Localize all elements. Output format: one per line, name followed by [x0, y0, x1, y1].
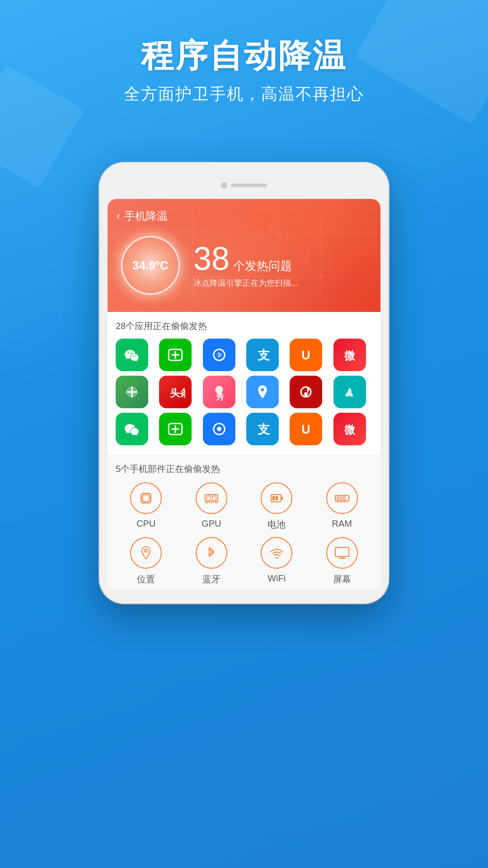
svg-text:K: K: [217, 351, 222, 359]
app-icon-weibo2[interactable]: 微: [333, 413, 366, 445]
heat-count-row: 38 个发热问题: [193, 242, 298, 275]
svg-point-27: [304, 392, 308, 396]
hardware-grid2: 位置 蓝牙: [116, 537, 372, 585]
app-icon-uc2[interactable]: U: [290, 413, 322, 445]
svg-point-30: [217, 427, 221, 431]
app-icon-alipay2[interactable]: 支: [246, 413, 279, 445]
battery-icon: [261, 482, 292, 514]
svg-text:支: 支: [257, 423, 270, 436]
heat-number: 38: [193, 242, 230, 275]
temperature-value: 34.9°C: [132, 259, 169, 273]
svg-point-68: [276, 557, 278, 559]
svg-rect-69: [335, 547, 349, 557]
phone-speaker: [231, 184, 267, 187]
hardware-item-screen: 屏幕: [312, 537, 373, 585]
svg-text:支: 支: [257, 349, 270, 362]
svg-text:微: 微: [343, 349, 355, 362]
svg-text:微: 微: [343, 424, 355, 436]
cpu-label: CPU: [136, 519, 155, 529]
app-navbar: ‹ 手机降温: [117, 209, 371, 223]
hardware-item-location: 位置: [116, 537, 177, 585]
heat-description: 冰点降温引擎正在为您扫描...: [193, 278, 298, 288]
gpu-label: GPU: [202, 519, 221, 529]
app-icon-kuwo[interactable]: K: [203, 339, 235, 371]
hardware-item-bluetooth: 蓝牙: [181, 537, 242, 585]
hardware-grid: CPU GPU: [116, 482, 372, 531]
bluetooth-label: 蓝牙: [202, 573, 221, 585]
screen-label: 屏幕: [333, 573, 351, 585]
svg-rect-59: [337, 497, 339, 500]
app-header: ‹ 手机降温 34.9°C 38 个发热问题 冰点降温引擎正: [108, 199, 380, 312]
heat-label: 个发热问题: [233, 258, 292, 274]
svg-rect-49: [207, 496, 211, 500]
app-icon-uc[interactable]: U: [290, 339, 322, 371]
svg-rect-35: [143, 495, 149, 501]
phone-screen: ‹ 手机降温 34.9°C 38 个发热问题 冰点降温引擎正: [108, 199, 380, 590]
app-grid: K 支 U 微 头条 秀: [116, 339, 372, 445]
wifi-icon: [261, 537, 292, 569]
cpu-icon: [130, 482, 162, 514]
bluetooth-icon: [196, 537, 227, 569]
back-button[interactable]: ‹: [117, 210, 120, 222]
svg-text:头条: 头条: [169, 387, 185, 399]
app-icon-360[interactable]: [116, 376, 148, 408]
phone-notch: [108, 176, 380, 194]
hardware-item-battery: 电池: [246, 482, 307, 531]
app-icon-meitu[interactable]: 秀: [203, 376, 235, 408]
hardware-item-cpu: CPU: [116, 482, 177, 531]
svg-rect-55: [281, 497, 283, 500]
apps-section: 28个应用正在偷偷发热 K 支 U: [108, 312, 380, 455]
apps-section-label: 28个应用正在偷偷发热: [116, 320, 372, 332]
svg-rect-50: [212, 496, 216, 500]
svg-rect-61: [343, 497, 345, 500]
location-label: 位置: [137, 573, 155, 585]
hardware-section: 5个手机部件正在偷偷发热: [108, 455, 380, 590]
temp-ring: 34.9°C: [121, 236, 180, 295]
location-icon: [130, 537, 162, 569]
svg-text:U: U: [302, 423, 310, 436]
hardware-item-gpu: GPU: [181, 482, 242, 531]
app-icon-weibo[interactable]: 微: [333, 339, 366, 371]
ram-icon: [326, 482, 358, 514]
gpu-icon: [196, 482, 227, 514]
svg-point-24: [215, 386, 223, 394]
hardware-item-wifi: WiFi: [246, 537, 307, 585]
heat-stats: 38 个发热问题 冰点降温引擎正在为您扫描...: [193, 242, 298, 288]
battery-label: 电池: [267, 519, 286, 531]
header-title: 程序自动降温: [0, 36, 488, 75]
svg-rect-60: [340, 497, 342, 500]
svg-rect-57: [276, 496, 278, 500]
app-icon-gaode[interactable]: [246, 376, 279, 408]
app-icon-netease[interactable]: [290, 376, 322, 408]
hardware-item-ram: RAM: [312, 482, 373, 531]
phone-camera: [221, 182, 227, 189]
phone-mockup: ‹ 手机降温 34.9°C 38 个发热问题 冰点降温引擎正: [99, 163, 389, 604]
hardware-section-label: 5个手机部件正在偷偷发热: [116, 463, 372, 475]
bg-decoration: [397, 759, 471, 833]
app-icon-kuwo2[interactable]: [203, 413, 235, 445]
app-icon-iqiyi2[interactable]: [159, 413, 192, 445]
app-icon-wechat[interactable]: [116, 339, 148, 371]
temperature-circle: 34.9°C: [117, 231, 184, 299]
app-icon-toutiao[interactable]: 头条: [159, 376, 192, 408]
header-subtitle: 全方面护卫手机，高温不再担心: [0, 83, 488, 105]
app-icon-wechat2[interactable]: [116, 413, 148, 445]
app-icon-alipay[interactable]: 支: [246, 339, 279, 371]
app-icon-iqiyi[interactable]: [159, 339, 192, 371]
app-icon-camel[interactable]: [333, 376, 366, 408]
svg-text:U: U: [302, 349, 310, 362]
header-section: 程序自动降温 全方面护卫手机，高温不再担心: [0, 36, 488, 105]
app-screen-title: 手机降温: [124, 209, 168, 223]
svg-text:秀: 秀: [216, 393, 224, 401]
screen-icon: [326, 537, 358, 569]
wifi-label: WiFi: [267, 573, 286, 584]
temperature-row: 34.9°C 38 个发热问题 冰点降温引擎正在为您扫描...: [117, 231, 371, 299]
svg-rect-56: [272, 496, 275, 500]
ram-label: RAM: [332, 519, 352, 529]
